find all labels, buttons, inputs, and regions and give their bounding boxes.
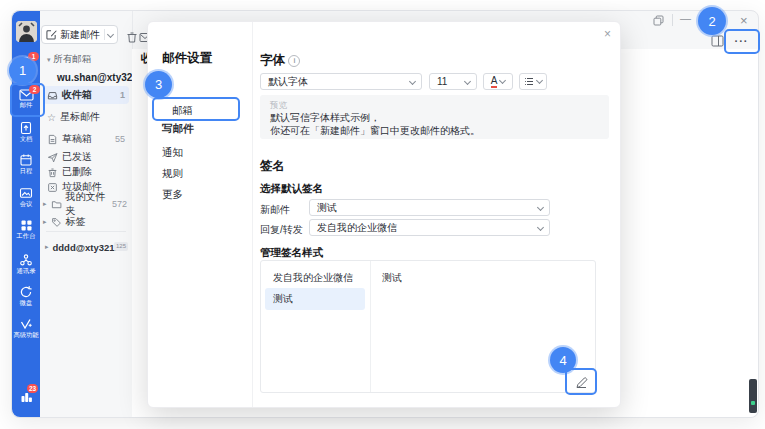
preview-line-1: 默认写信字体样式示例， bbox=[270, 112, 599, 125]
annotation-step-1: 1 bbox=[9, 57, 36, 84]
sent-icon bbox=[47, 152, 58, 163]
sidebar-item-calendar[interactable]: 日程 bbox=[12, 153, 40, 175]
signature-preview-text: 测试 bbox=[382, 271, 402, 285]
draft-icon bbox=[47, 134, 58, 145]
annotation-step-2: 2 bbox=[698, 7, 726, 35]
new-mail-label: 新邮件 bbox=[260, 203, 290, 217]
new-mail-signature-select[interactable]: 测试 bbox=[309, 199, 550, 216]
compose-icon bbox=[46, 29, 57, 40]
junk-icon bbox=[47, 182, 58, 193]
compose-button[interactable]: 新建邮件 bbox=[41, 25, 118, 44]
font-color-button[interactable]: A bbox=[483, 73, 513, 90]
layout-columns-icon[interactable] bbox=[711, 35, 724, 47]
choose-signature-heading: 选择默认签名 bbox=[260, 182, 323, 196]
annotation-box-2 bbox=[724, 29, 760, 54]
annotation-box-4 bbox=[565, 368, 597, 395]
info-icon[interactable]: i bbox=[288, 55, 300, 67]
expand-caret-icon[interactable]: ▸ bbox=[43, 218, 47, 226]
tag-icon bbox=[51, 217, 62, 228]
popout-icon[interactable] bbox=[653, 15, 664, 26]
folder-tags[interactable]: ▸ 标签 bbox=[39, 213, 131, 231]
apps-badge: 23 bbox=[27, 384, 38, 393]
inbox-icon bbox=[47, 90, 58, 101]
sidebar-item-advanced[interactable]: 高级功能 bbox=[12, 317, 40, 339]
folder-starred[interactable]: ☆ 星标邮件 bbox=[43, 108, 129, 126]
annotation-box-1 bbox=[10, 83, 45, 117]
manage-signature-heading: 管理签名样式 bbox=[260, 246, 323, 260]
list-icon bbox=[524, 77, 534, 86]
settings-nav-more[interactable]: 更多 bbox=[162, 188, 183, 202]
signature-box-divider bbox=[370, 261, 371, 392]
side-panel-edge bbox=[749, 379, 757, 413]
folder-inbox[interactable]: 收件箱 1 bbox=[43, 86, 129, 104]
signature-manage-box: 发自我的企业微信 测试 测试 bbox=[260, 260, 596, 393]
sidebar-item-apps[interactable]: 23 bbox=[12, 389, 40, 409]
settings-nav-compose[interactable]: 写邮件 bbox=[162, 122, 194, 136]
annotation-box-3 bbox=[152, 97, 240, 121]
sidebar-item-drive[interactable]: 微盘 bbox=[12, 285, 40, 307]
secondary-account-badge: 125 bbox=[114, 242, 128, 251]
avatar-photo bbox=[16, 21, 37, 42]
font-heading: 字体 i bbox=[260, 52, 300, 69]
advanced-features-icon bbox=[19, 317, 33, 331]
contacts-icon bbox=[19, 253, 33, 267]
preview-label: 预览 bbox=[270, 100, 599, 112]
folder-drafts[interactable]: 草稿箱 55 bbox=[43, 130, 129, 148]
preview-line-2: 你还可在「新建邮件」窗口中更改邮件的格式。 bbox=[270, 125, 599, 138]
folder-divider bbox=[46, 231, 126, 232]
settings-nav-notifications[interactable]: 通知 bbox=[162, 146, 183, 160]
sidebar-item-workbench[interactable]: 工作台 bbox=[12, 219, 40, 240]
trash-icon bbox=[47, 167, 58, 178]
font-preview-box: 预览 默认写信字体样式示例， 你还可在「新建邮件」窗口中更改邮件的格式。 bbox=[260, 95, 609, 139]
font-family-select[interactable]: 默认字体 bbox=[260, 73, 422, 90]
compose-label: 新建邮件 bbox=[60, 28, 100, 42]
list-format-button[interactable] bbox=[519, 73, 547, 90]
folder-icon bbox=[51, 199, 62, 210]
star-icon: ☆ bbox=[47, 112, 56, 123]
minimize-button[interactable]: — bbox=[680, 12, 691, 24]
signature-item-wecom[interactable]: 发自我的企业微信 bbox=[273, 271, 353, 285]
meeting-icon bbox=[19, 186, 33, 200]
delete-toolbar-icon[interactable] bbox=[126, 31, 138, 44]
close-window-button[interactable]: × bbox=[740, 13, 748, 28]
collapse-caret-icon: ▾ bbox=[47, 56, 51, 63]
drive-icon bbox=[19, 285, 33, 299]
annotation-step-3: 3 bbox=[145, 71, 172, 98]
calendar-icon bbox=[19, 153, 33, 167]
screenshot-root: 1 邮件 2 文档 日程 bbox=[0, 0, 765, 429]
app-window: 1 邮件 2 文档 日程 bbox=[11, 10, 759, 418]
expand-caret-icon[interactable]: ▸ bbox=[45, 243, 49, 251]
modal-title: 邮件设置 bbox=[162, 50, 212, 67]
reply-forward-label: 回复/转发 bbox=[260, 223, 303, 237]
workbench-grid-icon bbox=[20, 219, 33, 232]
settings-nav-rules[interactable]: 规则 bbox=[162, 167, 183, 181]
titlebar-divider bbox=[672, 14, 673, 26]
sidebar-item-contacts[interactable]: 通讯录 bbox=[12, 253, 40, 275]
folder-my-folders[interactable]: ▸ 我的文件夹 572 bbox=[39, 195, 131, 213]
modal-nav-divider bbox=[252, 22, 253, 407]
document-icon bbox=[19, 121, 33, 135]
all-mailboxes-group[interactable]: ▾ 所有邮箱 bbox=[47, 53, 91, 66]
sidebar-item-docs[interactable]: 文档 bbox=[12, 121, 40, 143]
compose-dropdown-chevron[interactable] bbox=[107, 31, 114, 38]
expand-caret-icon[interactable]: ▸ bbox=[43, 200, 47, 208]
mail-settings-modal: × 邮件设置 邮箱 写邮件 通知 规则 更多 字体 i 默认字体 11 bbox=[147, 21, 621, 408]
signature-heading: 签名 bbox=[260, 158, 285, 175]
reply-signature-select[interactable]: 发自我的企业微信 bbox=[309, 219, 550, 236]
avatar[interactable] bbox=[16, 21, 37, 42]
status-dot bbox=[751, 401, 755, 405]
font-size-select[interactable]: 11 bbox=[429, 73, 477, 90]
sidebar-item-meeting[interactable]: 会议 bbox=[12, 186, 40, 208]
signature-item-test[interactable]: 测试 bbox=[265, 288, 365, 310]
